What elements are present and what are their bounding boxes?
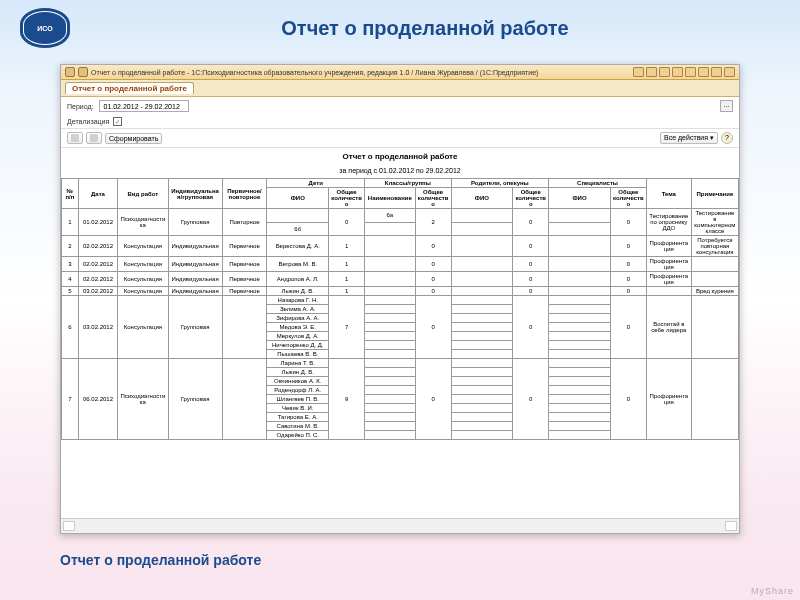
help-button[interactable]: ? [721, 132, 733, 144]
table-row: 706.02.2012ПсиходиагностикаГрупповаяЛари… [62, 359, 739, 368]
th-note: Примечание [691, 179, 738, 209]
win-btn[interactable] [646, 67, 657, 77]
period-picker-button[interactable]: ... [720, 100, 733, 112]
th-group: Индивидуальная/групповая [168, 179, 222, 209]
params-row: Период: 01.02.2012 - 29.02.2012 ... [61, 97, 739, 115]
logo-text: ИСО [37, 25, 52, 32]
form-button-label: Сформировать [109, 135, 158, 142]
th-tema: Тема [646, 179, 691, 209]
win-btn4[interactable] [685, 67, 696, 77]
th-n: № п/п [62, 179, 79, 209]
slide-footer: Отчет о проделанной работе [0, 546, 800, 574]
window-controls [633, 67, 735, 77]
window-title: Отчет о проделанной работе - 1С:Психодиа… [91, 69, 538, 76]
th-name: Наименование [365, 188, 416, 209]
th-cnt1: Общее количество [329, 188, 365, 209]
print-button[interactable] [86, 132, 102, 144]
statusbar [61, 518, 739, 533]
refresh-button[interactable] [67, 132, 83, 144]
table-row: 503.02.2012КонсультацияИндивидуальнаяПер… [62, 287, 739, 296]
detail-checkbox[interactable]: ✓ [113, 117, 122, 126]
table-row: 402.02.2012КонсультацияИндивидуальнаяПер… [62, 272, 739, 287]
scroll-right-icon[interactable] [725, 521, 737, 531]
app-window: Отчет о проделанной работе - 1С:Психодиа… [60, 64, 740, 534]
refresh-icon [71, 134, 79, 142]
period-label: Период: [67, 103, 94, 110]
detail-label: Детализация [67, 118, 109, 125]
all-actions-button[interactable]: Все действия ▾ [660, 132, 718, 144]
win-btn3[interactable] [672, 67, 683, 77]
th-fio3: ФИО [549, 188, 611, 209]
th-primary: Первичное/повторное [222, 179, 267, 209]
win-btn2[interactable] [659, 67, 670, 77]
toolbar: Сформировать Все действия ▾ ? [61, 128, 739, 148]
table-head: № п/п Дата Вид работ Индивидуальная/груп… [62, 179, 739, 209]
period-input[interactable]: 01.02.2012 - 29.02.2012 [99, 100, 189, 112]
th-type: Вид работ [118, 179, 169, 209]
table-row: 101.02.2012ПсиходиагностикаГрупповаяПовт… [62, 209, 739, 223]
detail-row: Детализация ✓ [61, 115, 739, 128]
th-fio2: ФИО [451, 188, 513, 209]
th-cnt2: Общее количество [415, 188, 451, 209]
app-icon [65, 67, 75, 77]
th-parents: Родители, опекуны [451, 179, 549, 188]
form-button[interactable]: Сформировать [105, 133, 162, 144]
table-row: 202.02.2012КонсультацияИндивидуальнаяПер… [62, 236, 739, 257]
report-subtitle: за период с 01.02.2012 по 29.02.2012 [61, 165, 739, 178]
logo: ИСО [20, 8, 70, 48]
tabstrip: Отчет о проделанной работе [61, 80, 739, 97]
max-icon[interactable] [711, 67, 722, 77]
th-cnt3: Общее количество [513, 188, 549, 209]
th-cnt4: Общее количество [610, 188, 646, 209]
slide-title: Отчет о проделанной работе [70, 17, 780, 40]
slide-header: ИСО Отчет о проделанной работе [0, 0, 800, 56]
th-children: Дети [267, 179, 365, 188]
report-title: Отчет о проделанной работе [61, 148, 739, 165]
report-table: № п/п Дата Вид работ Индивидуальная/груп… [61, 178, 739, 440]
report-area[interactable]: Отчет о проделанной работе за период с 0… [61, 148, 739, 518]
th-fio1: ФИО [267, 188, 329, 209]
table-row: 603.02.2012КонсультацияГрупповаяНазарова… [62, 296, 739, 305]
min-icon[interactable] [698, 67, 709, 77]
toolbar-icon[interactable] [78, 67, 88, 77]
titlebar: Отчет о проделанной работе - 1С:Психодиа… [61, 65, 739, 80]
th-classes: Классы/группы [365, 179, 451, 188]
scroll-left-icon[interactable] [63, 521, 75, 531]
watermark: MyShare [751, 586, 794, 596]
table-body: 101.02.2012ПсиходиагностикаГрупповаяПовт… [62, 209, 739, 440]
print-icon [90, 134, 98, 142]
th-specialists: Специалисты [549, 179, 647, 188]
min-btn[interactable] [633, 67, 644, 77]
tab-report[interactable]: Отчет о проделанной работе [65, 82, 194, 94]
th-date: Дата [78, 179, 117, 209]
table-row: 302.02.2012КонсультацияИндивидуальнаяПер… [62, 257, 739, 272]
close-icon[interactable] [724, 67, 735, 77]
